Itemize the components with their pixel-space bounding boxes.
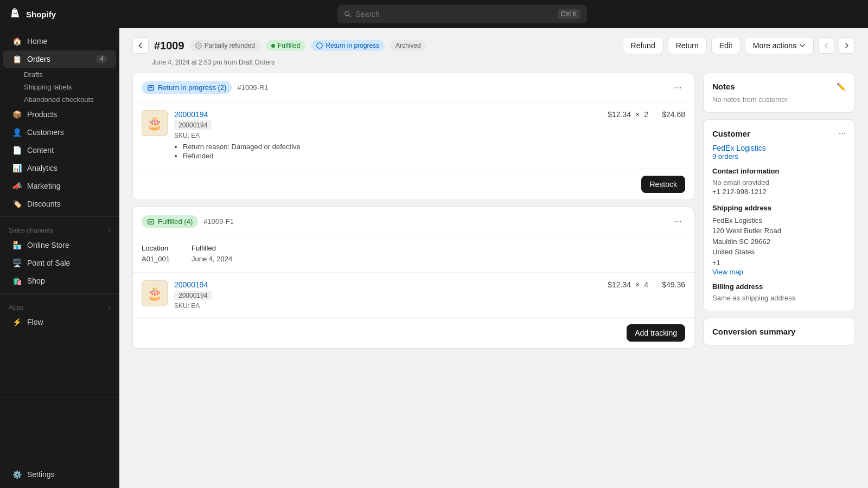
next-order-button[interactable] — [839, 37, 855, 54]
prev-order-button[interactable] — [818, 37, 834, 54]
discounts-icon: 🏷️ — [12, 199, 22, 209]
customer-phone: +1 212-998-1212 — [712, 187, 846, 197]
shipping-addr1: 120 West Butler Road — [712, 226, 846, 236]
customer-email: No email provided — [712, 178, 846, 187]
fulfilled-card: Fulfilled (4) #1009-F1 ··· Location A01_… — [132, 207, 694, 349]
sidebar-item-home[interactable]: 🏠 Home — [3, 33, 116, 50]
shipping-address-title: Shipping address — [712, 204, 846, 212]
fulfilled-product-name[interactable]: 20000194 — [174, 280, 601, 289]
content-area: Return in progress (2) #1009-R1 ··· 🎂 20… — [119, 73, 868, 362]
return-product-row: 🎂 20000194 20000194 SKU: EA Return reaso… — [133, 102, 694, 169]
sidebar-item-marketing[interactable]: 📣 Marketing — [3, 177, 116, 195]
sidebar-item-customers[interactable]: 👤 Customers — [3, 124, 116, 141]
sidebar-item-drafts[interactable]: Drafts — [0, 68, 119, 81]
return-id: #1009-R1 — [237, 84, 268, 92]
sidebar-item-content[interactable]: 📄 Content — [3, 142, 116, 159]
svg-line-1 — [348, 15, 350, 17]
page-subtitle: June 4, 2024 at 2:53 pm from Draft Order… — [119, 59, 868, 73]
location-block: Location A01_001 — [142, 244, 170, 265]
sidebar-label-shop: Shop — [27, 277, 45, 285]
sidebar-item-online-store[interactable]: 🏪 Online Store — [3, 236, 116, 254]
sidebar-label-shipping-labels: Shipping labels — [24, 83, 72, 91]
fulfilled-card-footer: Add tracking — [133, 317, 694, 348]
sidebar-label-products: Products — [27, 110, 57, 119]
header-actions: Refund Return Edit More actions — [623, 37, 855, 54]
restock-button[interactable]: Restock — [641, 176, 685, 193]
content-icon: 📄 — [12, 145, 22, 155]
return-badge: Return in progress (2) — [142, 81, 232, 94]
home-icon: 🏠 — [12, 36, 22, 46]
sidebar-label-marketing: Marketing — [27, 182, 60, 190]
return-more-menu[interactable]: ··· — [671, 81, 685, 94]
shipping-addr2: Mauldin SC 29662 — [712, 236, 846, 247]
fulfilled-more-menu[interactable]: ··· — [671, 215, 685, 228]
return-product-name[interactable]: 20000194 — [174, 110, 601, 119]
shipping-plus: +1 — [712, 258, 846, 268]
more-actions-button[interactable]: More actions — [745, 37, 814, 54]
notes-edit-icon[interactable]: ✏️ — [837, 82, 846, 91]
return-product-pricing: $12.34 × 2 $24.68 — [608, 110, 685, 119]
return-button[interactable]: Return — [668, 37, 707, 54]
brand-name: shopify — [26, 10, 56, 19]
location-value: A01_001 — [142, 254, 170, 265]
customer-more-menu[interactable]: ··· — [839, 129, 846, 138]
fulfilled-badge: Fulfilled (4) — [142, 215, 198, 228]
fulfilled-product-sku: SKU: EA — [174, 302, 601, 310]
customer-card: Customer ··· FedEx Logistics 9 orders Co… — [703, 119, 855, 311]
main-column: Return in progress (2) #1009-R1 ··· 🎂 20… — [132, 73, 694, 349]
sidebar-item-orders[interactable]: 📋 Orders 4 — [3, 50, 116, 68]
badge-return-in-progress: Return in progress — [311, 40, 385, 51]
flow-icon: ⚡ — [12, 317, 22, 327]
products-icon: 📦 — [12, 110, 22, 119]
customer-title: Customer — [712, 129, 750, 138]
fulfilled-date-block: Fulfilled June 4, 2024 — [192, 244, 232, 265]
search-input[interactable] — [356, 10, 553, 18]
contact-info-title: Contact information — [712, 167, 846, 175]
main-content: #1009 Partially refunded Fulfilled Retur… — [119, 28, 868, 488]
fulfilled-product-info: 20000194 20000194 SKU: EA — [174, 280, 601, 310]
sidebar-item-discounts[interactable]: 🏷️ Discounts — [3, 195, 116, 213]
fulfilled-product-badge: 20000194 — [174, 291, 212, 300]
sidebar-item-pos[interactable]: 🖥️ Point of Sale — [3, 254, 116, 272]
return-card-footer: Restock — [133, 169, 694, 200]
svg-point-0 — [344, 11, 349, 16]
return-total: $24.68 — [653, 110, 685, 119]
back-button[interactable] — [132, 37, 149, 54]
sidebar-item-shop[interactable]: 🛍️ Shop — [3, 272, 116, 290]
sidebar-label-discounts: Discounts — [27, 200, 60, 208]
fulfilled-label: Fulfilled — [192, 244, 232, 252]
fulfilled-date: June 4, 2024 — [192, 254, 232, 265]
apps-section[interactable]: Apps › — [0, 297, 119, 313]
right-column: Notes ✏️ No notes from customer Customer… — [703, 73, 855, 349]
fulfilled-card-header: Fulfilled (4) #1009-F1 ··· — [133, 207, 694, 236]
customer-orders-link[interactable]: 9 orders — [712, 152, 846, 160]
sidebar-label-customers: Customers — [27, 128, 64, 137]
shipping-name: FedEx Logistics — [712, 215, 846, 226]
fulfilled-id: #1009-F1 — [203, 217, 234, 226]
sidebar-label-orders: Orders — [27, 55, 50, 63]
edit-button[interactable]: Edit — [711, 37, 741, 54]
sidebar-item-abandoned-checkouts[interactable]: Abandoned checkouts — [0, 93, 119, 106]
conversion-card: Conversion summary — [703, 318, 855, 345]
sidebar-item-settings[interactable]: ⚙️ Settings — [3, 466, 116, 483]
add-tracking-button[interactable]: Add tracking — [627, 324, 685, 342]
pos-icon: 🖥️ — [12, 258, 22, 268]
search-bar[interactable]: Ctrl K — [337, 5, 587, 23]
sidebar-label-settings: Settings — [27, 470, 55, 479]
customer-name-link[interactable]: FedEx Logistics — [712, 144, 846, 152]
sidebar-item-shipping-labels[interactable]: Shipping labels — [0, 81, 119, 93]
sidebar-item-flow[interactable]: ⚡ Flow — [3, 313, 116, 331]
view-map-link[interactable]: View map — [712, 268, 846, 276]
refund-button[interactable]: Refund — [623, 37, 663, 54]
sidebar-label-analytics: Analytics — [27, 164, 58, 172]
badge-archived: Archived — [390, 40, 426, 51]
notes-title: Notes — [712, 82, 735, 91]
sales-channels-section[interactable]: Sales channels › — [0, 220, 119, 236]
sidebar-item-products[interactable]: 📦 Products — [3, 106, 116, 123]
fulfilled-price-unit: $12.34 — [608, 280, 631, 289]
shipping-country: United States — [712, 247, 846, 258]
orders-badge: 4 — [96, 55, 107, 63]
fulfilled-qty: 4 — [644, 280, 648, 289]
sidebar-item-analytics[interactable]: 📊 Analytics — [3, 159, 116, 177]
apps-chevron: › — [108, 304, 111, 311]
